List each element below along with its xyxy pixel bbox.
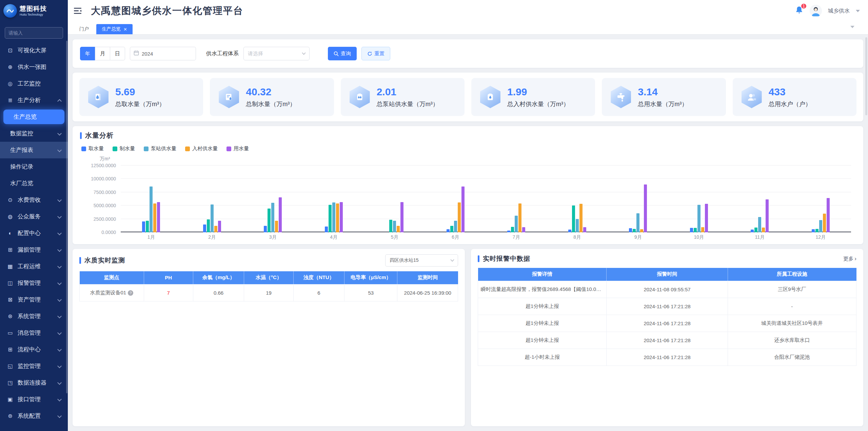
user-name[interactable]: 城乡供水 [828,7,850,15]
sidebar-item-数据连接器[interactable]: ◳数据连接器 [0,374,68,391]
sidebar-item-消息管理[interactable]: ▭消息管理 [0,325,68,341]
bar-制水量[interactable] [389,220,392,233]
bar-制水量[interactable] [146,221,149,232]
alarms-more-link[interactable]: 更多 › [843,255,856,262]
bar-用水量[interactable] [340,202,343,232]
bar-取水量[interactable] [203,224,206,232]
bar-取水量[interactable] [690,228,693,232]
sidebar-item-数据监控[interactable]: 数据监控 [0,125,68,142]
bar-入村供水量[interactable] [640,229,643,232]
bar-制水量[interactable] [572,205,575,232]
bar-制水量[interactable] [207,219,210,232]
help-icon[interactable]: ? [128,290,133,296]
bar-用水量[interactable] [583,227,586,232]
sidebar-item-资产管理[interactable]: ⊠资产管理 [0,291,68,308]
bar-泵站供水量[interactable] [819,220,822,232]
bar-制水量[interactable] [329,205,332,232]
bar-入村供水量[interactable] [336,203,339,232]
bar-用水量[interactable] [157,202,160,232]
sidebar-item-生产总览[interactable]: 生产总览 [3,110,64,124]
bar-泵站供水量[interactable] [636,213,639,232]
bar-取水量[interactable] [629,228,632,232]
sidebar-item-生产报表[interactable]: 生产报表 [0,142,68,158]
year-picker[interactable] [130,47,196,60]
bar-入村供水量[interactable] [214,226,217,232]
sidebar-item-漏损管理[interactable]: ⊞漏损管理 [0,241,68,258]
sidebar-item-工程运维[interactable]: ▦工程运维 [0,258,68,275]
bar-制水量[interactable] [511,227,514,232]
search-button[interactable]: 查询 [328,47,357,60]
sidebar-item-操作记录[interactable]: 操作记录 [0,158,68,175]
bar-用水量[interactable] [644,184,647,232]
sidebar-item-工艺监控[interactable]: ◎工艺监控 [0,75,68,92]
sidebar-item-接口管理[interactable]: ▣接口管理 [0,391,68,408]
sidebar-item-监控管理[interactable]: ◱监控管理 [0,358,68,374]
legend-item-取水量[interactable]: 取水量 [81,145,104,152]
period-option-月[interactable]: 月 [95,47,110,60]
bar-入村供水量[interactable] [518,203,521,232]
collapse-menu-icon[interactable] [74,7,82,14]
bar-泵站供水量[interactable] [758,217,761,232]
sidebar-item-流程中心[interactable]: ⊞流程中心 [0,341,68,358]
bar-取水量[interactable] [447,229,450,232]
system-select[interactable]: 请选择 [243,47,310,60]
year-input[interactable] [142,51,182,57]
bar-泵站供水量[interactable] [515,216,518,232]
sidebar-scrollbar[interactable] [66,41,67,393]
station-select[interactable]: 四区供水站15 [385,254,458,267]
bar-取水量[interactable] [507,231,510,232]
bar-制水量[interactable] [815,229,818,232]
bar-泵站供水量[interactable] [454,221,457,232]
bar-入村供水量[interactable] [823,214,826,232]
bar-制水量[interactable] [754,228,757,232]
bar-泵站供水量[interactable] [576,219,579,232]
bar-泵站供水量[interactable] [332,202,335,232]
tabbar-collapse-icon[interactable] [850,26,854,28]
bar-用水量[interactable] [218,221,221,232]
close-tab-icon[interactable]: ✕ [123,27,127,32]
period-option-年[interactable]: 年 [80,47,95,60]
bar-制水量[interactable] [633,229,636,232]
bar-用水量[interactable] [461,187,465,232]
bar-用水量[interactable] [279,197,282,232]
legend-item-入村供水量[interactable]: 入村供水量 [185,145,218,152]
legend-item-制水量[interactable]: 制水量 [113,145,135,152]
bar-入村供水量[interactable] [153,203,156,232]
bar-入村供水量[interactable] [762,228,765,232]
bar-泵站供水量[interactable] [150,187,153,232]
notification-bell-icon[interactable]: 1 [795,6,804,16]
bar-取水量[interactable] [325,227,328,232]
bar-用水量[interactable] [522,227,525,232]
bar-取水量[interactable] [264,226,267,232]
sidebar-item-供水一张图[interactable]: ⊕供水一张图 [0,59,68,75]
bar-取水量[interactable] [812,229,815,232]
bar-入村供水量[interactable] [275,221,278,232]
bar-泵站供水量[interactable] [393,221,396,232]
bar-用水量[interactable] [827,198,830,232]
sidebar-item-配置中心[interactable]: ◐配置中心 [0,225,68,241]
sidebar-item-可视化大屏[interactable]: ⊡可视化大屏 [0,42,68,59]
sidebar-item-水厂总览[interactable]: 水厂总览 [0,175,68,192]
bar-泵站供水量[interactable] [211,204,214,232]
legend-item-用水量[interactable]: 用水量 [226,145,249,152]
bar-用水量[interactable] [705,204,708,232]
period-option-日[interactable]: 日 [110,47,125,60]
bar-用水量[interactable] [400,202,403,232]
sidebar-item-系统管理[interactable]: ⊛系统管理 [0,308,68,325]
tab-门户[interactable]: 门户 [74,24,94,34]
legend-item-泵站供水量[interactable]: 泵站供水量 [144,145,176,152]
bar-用水量[interactable] [766,199,769,232]
sidebar-item-生产分析[interactable]: ≣生产分析 [0,92,68,109]
bar-制水量[interactable] [694,228,697,232]
reset-button[interactable]: 重置 [361,47,390,60]
sidebar-item-系统配置[interactable]: ⊚系统配置 [0,408,68,424]
sidebar-item-水费营收[interactable]: ⊙水费营收 [0,192,68,208]
user-menu-caret-icon[interactable] [856,10,860,12]
sidebar-item-公众服务[interactable]: ◍公众服务 [0,208,68,225]
bar-制水量[interactable] [450,226,453,232]
user-avatar[interactable] [810,5,822,17]
sidebar-search-input[interactable] [5,27,63,39]
bar-取水量[interactable] [568,230,571,232]
bar-入村供水量[interactable] [579,204,583,232]
bar-取水量[interactable] [142,221,145,232]
